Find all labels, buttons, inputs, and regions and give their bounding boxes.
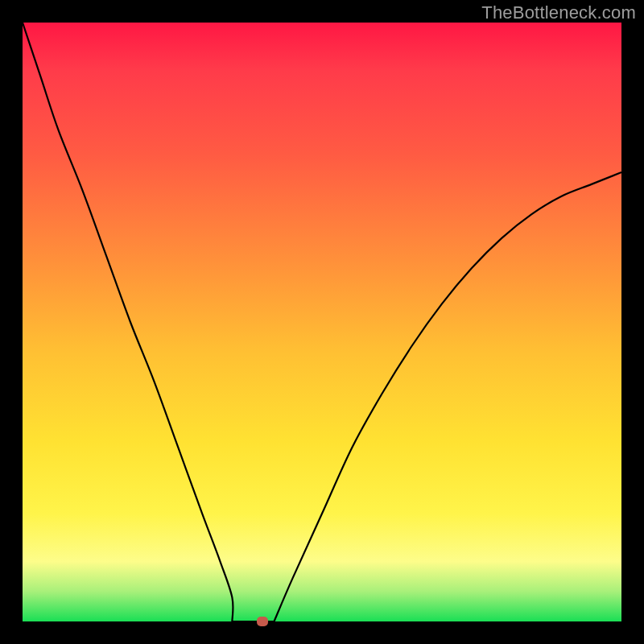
curve-path <box>23 23 621 625</box>
optimum-marker <box>257 617 268 626</box>
bottleneck-curve <box>23 23 621 621</box>
chart-frame: TheBottleneck.com <box>0 0 644 644</box>
watermark-text: TheBottleneck.com <box>481 2 636 23</box>
plot-area <box>23 23 621 621</box>
